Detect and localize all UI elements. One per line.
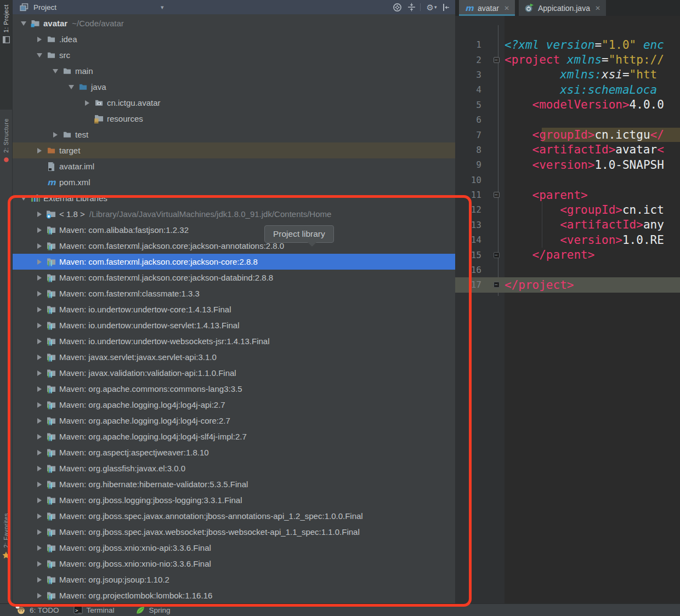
tree-item[interactable]: Maven: com.fasterxml:classmate:1.3.3 <box>13 286 455 301</box>
tree-item[interactable]: < 1.8 >/Library/Java/JavaVirtualMachines… <box>13 206 455 222</box>
chevron-collapsed-icon[interactable] <box>33 275 46 281</box>
tree-item[interactable]: Maven: io.undertow:undertow-core:1.4.13.… <box>13 301 455 317</box>
tree-item[interactable]: Maven: org.apache.logging.log4j:log4j-co… <box>13 413 455 429</box>
statusbar-item-spring[interactable]: Spring <box>135 606 171 615</box>
fold-marker-icon[interactable]: − <box>488 192 505 198</box>
fold-marker-icon[interactable]: − <box>488 282 505 288</box>
chevron-collapsed-icon[interactable] <box>33 355 46 360</box>
tree-item[interactable]: cn.ictgu.avatar <box>13 95 455 111</box>
tree-item[interactable]: Maven: org.jboss.xnio:xnio-nio:3.3.6.Fin… <box>13 556 455 572</box>
chevron-collapsed-icon[interactable] <box>33 243 46 249</box>
run-class-icon <box>524 3 534 13</box>
tree-item[interactable]: mpom.xml <box>13 174 455 190</box>
tree-item[interactable]: Maven: com.fasterxml.jackson.core:jackso… <box>13 254 455 270</box>
activity-item-favorites[interactable]: 2: Favorites <box>0 509 12 596</box>
tree-item[interactable]: Maven: org.aspectj:aspectjweaver:1.8.10 <box>13 444 455 460</box>
settings-button[interactable]: ⚙▾ <box>426 1 438 13</box>
editor-code-area[interactable]: 1<?xml version="1.0" enc2−<project xmlns… <box>455 37 680 293</box>
tree-item[interactable]: resources <box>13 111 455 127</box>
locate-button[interactable] <box>391 1 403 13</box>
chevron-collapsed-icon[interactable] <box>33 529 46 535</box>
tree-item[interactable]: Maven: com.alibaba:fastjson:1.2.32 <box>13 222 455 238</box>
activity-item-project[interactable]: 1: Project <box>0 0 12 110</box>
chevron-collapsed-icon[interactable] <box>33 402 46 408</box>
chevron-collapsed-icon[interactable] <box>33 514 46 519</box>
tree-item[interactable]: Maven: com.fasterxml.jackson.core:jackso… <box>13 238 455 254</box>
chevron-collapsed-icon[interactable] <box>33 323 46 328</box>
fold-marker-icon[interactable]: − <box>488 252 505 258</box>
tree-item[interactable]: .idea <box>13 31 455 47</box>
chevron-expanded-icon[interactable] <box>49 69 61 73</box>
tree-item[interactable]: Maven: org.hibernate:hibernate-validator… <box>13 476 455 492</box>
chevron-collapsed-icon[interactable] <box>33 148 46 153</box>
close-icon[interactable]: ✕ <box>504 4 509 12</box>
fold-marker-icon[interactable]: − <box>488 57 505 63</box>
chevron-collapsed-icon[interactable] <box>33 212 46 217</box>
chevron-collapsed-icon[interactable] <box>33 386 46 392</box>
code-text: <modelVersion>4.0.0 <box>505 98 664 111</box>
tree-item[interactable]: Maven: org.jboss.spec.javax.annotation:j… <box>13 508 455 524</box>
chevron-collapsed-icon[interactable] <box>33 577 46 583</box>
chevron-expanded-icon[interactable] <box>17 21 30 26</box>
chevron-collapsed-icon[interactable] <box>33 498 46 503</box>
tree-item[interactable]: Maven: com.fasterxml.jackson.core:jackso… <box>13 270 455 286</box>
chevron-collapsed-icon[interactable] <box>33 434 46 440</box>
chevron-collapsed-icon[interactable] <box>33 37 46 42</box>
chevron-collapsed-icon[interactable] <box>33 259 46 265</box>
chevron-collapsed-icon[interactable] <box>33 227 46 233</box>
tree-item[interactable]: java <box>13 79 455 95</box>
tree-item[interactable]: Maven: org.jboss.logging:jboss-logging:3… <box>13 492 455 508</box>
chevron-collapsed-icon[interactable] <box>33 291 46 296</box>
tree-item[interactable]: Maven: io.undertow:undertow-websockets-j… <box>13 333 455 349</box>
tree-item[interactable]: Maven: org.apache.logging.log4j:log4j-sl… <box>13 429 455 444</box>
tree-item[interactable]: Maven: org.projectlombok:lombok:1.16.16 <box>13 588 455 603</box>
chevron-collapsed-icon[interactable] <box>33 482 46 487</box>
tree-item[interactable]: Maven: javax.validation:validation-api:1… <box>13 365 455 381</box>
tree-item[interactable]: test <box>13 127 455 142</box>
library-icon <box>47 575 56 584</box>
chevron-collapsed-icon[interactable] <box>49 132 61 138</box>
chevron-expanded-icon[interactable] <box>65 85 77 89</box>
tree-item[interactable]: Maven: org.apache.logging.log4j:log4j-ap… <box>13 397 455 413</box>
chevron-down-icon[interactable]: ▾ <box>161 4 164 11</box>
editor[interactable]: mavatar✕Appication.java✕ 1<?xml version=… <box>455 0 680 604</box>
chevron-collapsed-icon[interactable] <box>33 561 46 567</box>
tree-item[interactable]: src <box>13 47 455 63</box>
statusbar-item-todo[interactable]: 6: TODO <box>15 606 59 614</box>
activity-item-structure[interactable]: 2: Structure <box>0 114 12 224</box>
chevron-collapsed-icon[interactable] <box>33 339 46 344</box>
tree-item[interactable]: Maven: org.glassfish:javax.el:3.0.0 <box>13 460 455 476</box>
tree-item-label: Maven: org.jboss.logging:jboss-logging:3… <box>59 495 242 505</box>
tree-item[interactable]: Maven: javax.servlet:javax.servlet-api:3… <box>13 349 455 365</box>
chevron-collapsed-icon[interactable] <box>33 418 46 424</box>
chevron-expanded-icon[interactable] <box>33 53 46 58</box>
tree-item[interactable]: Maven: org.apache.commons:commons-lang3:… <box>13 381 455 397</box>
chevron-collapsed-icon[interactable] <box>33 307 46 312</box>
collapse-all-button[interactable] <box>405 1 417 13</box>
tree-item[interactable]: avatar.iml <box>13 158 455 174</box>
chevron-collapsed-icon[interactable] <box>33 545 46 551</box>
hide-panel-button[interactable] <box>440 1 452 13</box>
tree-item[interactable]: avatar~/Code/avatar <box>13 15 455 31</box>
chevron-collapsed-icon[interactable] <box>33 593 46 598</box>
project-tree[interactable]: avatar~/Code/avatar.ideasrcmainjavacn.ic… <box>13 14 455 604</box>
chevron-collapsed-icon[interactable] <box>33 370 46 376</box>
collapse-all-icon <box>407 3 416 12</box>
statusbar-item-terminal[interactable]: >_Terminal <box>73 606 115 614</box>
editor-tab-avatar[interactable]: mavatar✕ <box>459 0 515 16</box>
tree-item[interactable]: main <box>13 63 455 79</box>
tree-item[interactable]: External Libraries <box>13 190 455 206</box>
tree-item[interactable]: target <box>13 142 455 158</box>
editor-tab-appication-java[interactable]: Appication.java✕ <box>519 0 606 16</box>
close-icon[interactable]: ✕ <box>595 4 600 12</box>
tree-item[interactable]: Maven: io.undertow:undertow-servlet:1.4.… <box>13 317 455 333</box>
chevron-collapsed-icon[interactable] <box>33 466 46 471</box>
chevron-collapsed-icon[interactable] <box>33 450 46 455</box>
tree-item[interactable]: Maven: org.jboss.xnio:xnio-api:3.3.6.Fin… <box>13 540 455 556</box>
chevron-expanded-icon[interactable] <box>17 196 30 201</box>
tree-item-label: Maven: org.projectlombok:lombok:1.16.16 <box>59 591 212 600</box>
tree-item[interactable]: Maven: org.jsoup:jsoup:1.10.2 <box>13 572 455 588</box>
chevron-collapsed-icon[interactable] <box>81 100 93 106</box>
code-line: 7 <groupId>cn.ictgu</ <box>455 127 680 142</box>
tree-item[interactable]: Maven: org.jboss.spec.javax.websocket:jb… <box>13 524 455 540</box>
